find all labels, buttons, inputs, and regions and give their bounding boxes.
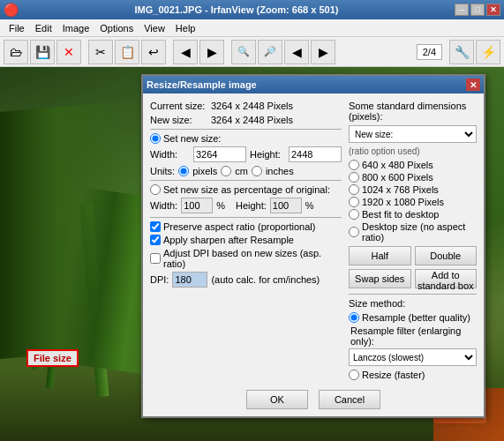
set-pct-radio[interactable] [150,184,161,195]
cancel-button[interactable]: Cancel [319,390,380,409]
pct-height-unit: % [305,200,314,211]
resize-label: Resize (faster) [362,370,425,380]
minimize-button[interactable]: ─ [455,4,469,16]
adjust-dpi-checkbox[interactable] [150,253,161,264]
delete-button[interactable]: ✕ [56,40,81,64]
units-cm-radio[interactable] [221,166,231,176]
menu-view[interactable]: View [139,22,170,34]
units-inches-radio[interactable] [252,166,262,176]
preserve-aspect-row: Preserve aspect ratio (proportional) [150,221,342,232]
dpi-input[interactable] [172,272,207,288]
dpi-row: DPI: (auto calc. for cm/inches) [150,272,342,288]
menu-help[interactable]: Help [170,22,201,34]
resize-radio-row: Resize (faster) [349,370,477,380]
dim-1920-radio-row: 1920 x 1080 Pixels [349,197,477,207]
close-button[interactable]: ✕ [486,4,500,16]
std-dims-title: Some standard dimensions (pixels): [349,101,477,122]
resample-radio-row: Resample (better quality) [349,312,477,323]
apply-sharpen-checkbox[interactable] [150,235,161,245]
dialog-title-bar: Resize/Resample image ✕ [143,76,484,93]
adjust-dpi-row: Adjust DPI based on new sizes (asp. rati… [150,248,342,269]
pct-height-input[interactable] [270,198,302,213]
current-size-value: 3264 x 2448 Pixels [211,101,293,111]
units-pixels-radio[interactable] [178,166,189,176]
half-button[interactable]: Half [349,246,411,265]
width-input[interactable] [193,146,246,162]
size-method-label: Size method: [349,298,477,309]
resize-dialog: Resize/Resample image ✕ Current size: 32… [141,74,485,418]
next-button[interactable]: ▶ [199,40,224,64]
menu-bar: File Edit Image Options View Help [0,19,504,37]
dpi-note: (auto calc. for cm/inches) [211,274,320,285]
new-size-row: New size: 3264 x 2448 Pixels [150,115,342,125]
std-dims-dropdown[interactable]: New size: [349,125,477,143]
window-controls: ─ □ ✕ [455,4,500,16]
menu-edit[interactable]: Edit [30,22,57,34]
dim-desktop-radio[interactable] [349,227,359,237]
page-indicator: 2/4 [417,44,442,60]
zoom-in-button[interactable]: 🔍 [231,40,256,64]
pct-width-input[interactable] [181,198,213,213]
resample-filter-label: Resample filter (enlarging only): [349,325,477,347]
dim-desktop-label: Desktop size (no aspect ratio) [362,221,477,243]
save-button[interactable]: 💾 [30,40,55,64]
dialog-title: Resize/Resample image [147,79,257,90]
dim-1024-radio[interactable] [349,184,359,195]
settings-button[interactable]: 🔧 [449,40,474,64]
dim-bestfit-radio[interactable] [349,209,359,220]
dim-640-radio[interactable] [349,160,359,170]
ratio-note: (ratio option used) [349,146,477,156]
dialog-body: Current size: 3264 x 2448 Pixels New siz… [143,93,484,390]
set-pct-label: Set new size as percentage of original: [163,184,330,195]
info-button[interactable]: ⚡ [476,40,500,64]
maximize-button[interactable]: □ [470,4,485,16]
dim-1920-label: 1920 x 1080 Pixels [362,197,444,207]
resample-radio[interactable] [349,312,359,323]
apply-sharpen-label: Apply sharpen after Resample [163,235,294,245]
width-label: Width: [150,149,190,160]
cut-button[interactable]: ✂ [88,40,113,64]
set-pct-row: Set new size as percentage of original: [150,184,342,195]
preserve-aspect-checkbox[interactable] [150,221,161,232]
main-area: File size Resize/Resample image ✕ Curren… [0,67,504,441]
undo-button[interactable]: ↩ [141,40,166,64]
units-inches-label: inches [266,166,294,176]
current-size-row: Current size: 3264 x 2448 Pixels [150,101,342,111]
set-new-size-row: Set new size: [150,133,342,144]
dim-1024-label: 1024 x 768 Pixels [362,184,439,195]
resample-filter-dropdown[interactable]: Lanczos (slowest) [349,348,477,366]
ok-button[interactable]: OK [246,390,308,409]
dim-1024-radio-row: 1024 x 768 Pixels [349,184,477,195]
swap-button[interactable]: Swap sides [349,269,411,288]
dim-1920-radio[interactable] [349,197,359,207]
set-new-size-label: Set new size: [163,133,221,144]
dialog-left-panel: Current size: 3264 x 2448 Pixels New siz… [150,101,342,383]
copy-button[interactable]: 📋 [115,40,139,64]
current-size-label: Current size: [150,101,207,111]
next2-button[interactable]: ▶ [311,40,335,64]
set-new-size-radio[interactable] [150,133,161,144]
dialog-right-panel: Some standard dimensions (pixels): New s… [349,101,477,383]
open-button[interactable]: 🗁 [4,40,28,64]
prev-button[interactable]: ◀ [173,40,198,64]
height-input[interactable] [289,146,342,162]
dpi-label: DPI: [150,274,169,285]
menu-file[interactable]: File [4,22,30,34]
menu-image[interactable]: Image [57,22,95,34]
double-button[interactable]: Double [415,246,478,265]
resample-label: Resample (better quality) [362,312,470,323]
dim-640-label: 640 x 480 Pixels [362,160,433,170]
dim-800-radio[interactable] [349,172,359,183]
dialog-close-button[interactable]: ✕ [466,78,480,91]
menu-options[interactable]: Options [94,22,139,34]
dim-800-label: 800 x 600 Pixels [362,172,433,183]
prev2-button[interactable]: ◀ [284,40,309,64]
dialog-buttons: OK Cancel [143,390,484,416]
new-size-value: 3264 x 2448 Pixels [211,115,293,125]
add-standard-button[interactable]: Add to standard box [415,269,478,288]
swap-add-row: Swap sides Add to standard box [349,269,477,288]
dialog-overlay: Resize/Resample image ✕ Current size: 32… [0,67,504,441]
resize-radio[interactable] [349,370,359,380]
units-row: Units: pixels cm inches [150,166,342,176]
zoom-out-button[interactable]: 🔎 [258,40,282,64]
